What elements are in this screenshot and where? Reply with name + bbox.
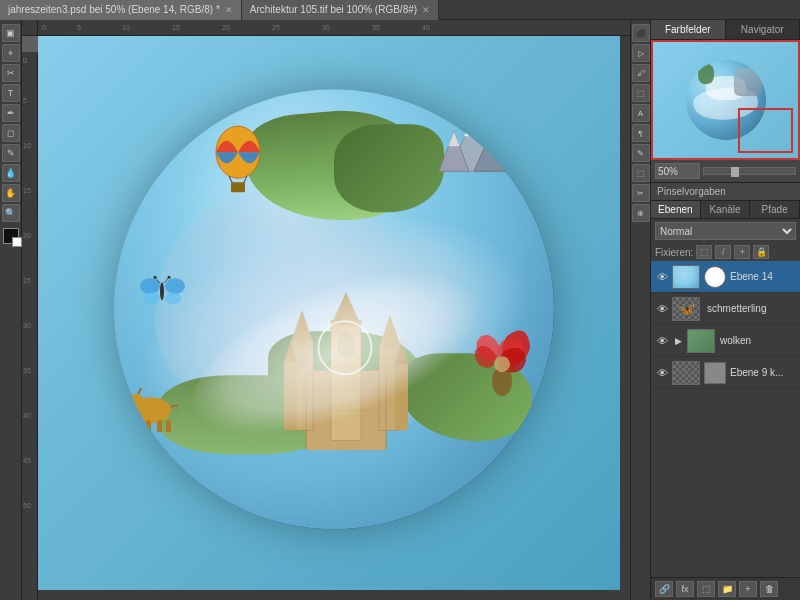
svg-point-12: [165, 278, 185, 294]
background-color[interactable]: [12, 237, 22, 247]
tab-ebenen[interactable]: Ebenen: [651, 201, 701, 218]
tab-bar: jahreszeiten3.psd bei 50% (Ebene 14, RGB…: [0, 0, 800, 20]
canvas-content[interactable]: [38, 36, 630, 600]
svg-rect-29: [395, 362, 408, 430]
svg-marker-24: [291, 310, 313, 342]
preset-label: Pinselvorgaben: [651, 183, 800, 201]
new-group-btn[interactable]: 📁: [718, 581, 736, 597]
svg-point-50: [494, 356, 510, 372]
svg-point-13: [144, 292, 160, 304]
svg-point-19: [168, 275, 171, 278]
circle-overlay: [318, 320, 373, 375]
tool-r1[interactable]: ⬛: [632, 24, 650, 42]
layer-row-wolken[interactable]: 👁 ▶ wolken: [651, 325, 800, 357]
tool-r9[interactable]: ✂: [632, 184, 650, 202]
tool-r6[interactable]: ¶: [632, 124, 650, 142]
fix-all-btn[interactable]: 🔒: [753, 245, 769, 259]
tool-notes[interactable]: ✎: [2, 144, 20, 162]
svg-marker-1: [464, 116, 484, 136]
layer-row-ebene9[interactable]: 👁 Ebene 9 k...: [651, 357, 800, 389]
tool-r10[interactable]: ⊕: [632, 204, 650, 222]
tool-r5[interactable]: A: [632, 104, 650, 122]
canvas-area: 0 5 10 15 20 25 30 35 40 0 5 10 15 20 25…: [22, 20, 630, 600]
blend-mode-row: Normal: [651, 219, 800, 243]
new-layer-btn[interactable]: +: [739, 581, 757, 597]
tab-jahreszeiten-close[interactable]: ✕: [225, 5, 233, 15]
add-style-btn[interactable]: fx: [676, 581, 694, 597]
add-mask-btn[interactable]: ⬚: [697, 581, 715, 597]
mask-ebene14: [704, 266, 726, 288]
layer-row-schmetterling[interactable]: 👁 🦋 schmetterling: [651, 293, 800, 325]
tool-crop[interactable]: ✂: [2, 64, 20, 82]
blend-mode-select[interactable]: Normal: [655, 222, 796, 240]
ruler-horizontal: 0 5 10 15 20 25 30 35 40: [22, 20, 630, 36]
svg-rect-45: [157, 420, 162, 432]
tab-architektur-close[interactable]: ✕: [422, 5, 430, 15]
globe-element: [114, 89, 554, 529]
tool-eyedrop[interactable]: 💧: [2, 164, 20, 182]
tool-r4[interactable]: ⬚: [632, 84, 650, 102]
fix-row: Fixieren: ⬚ / + 🔒: [651, 243, 800, 261]
canvas-with-ruler: 0 5 10 15 20 25 30 35 40 45 50: [22, 36, 630, 600]
zoom-input[interactable]: [655, 163, 700, 179]
fix-pos-btn[interactable]: ⬚: [696, 245, 712, 259]
right-panel: Farbfelder Navigator: [650, 20, 800, 600]
tab-architektur[interactable]: Architektur 105.tif bei 100% (RGB/8#) ✕: [242, 0, 439, 20]
tab-kanaele[interactable]: Kanäle: [701, 201, 751, 218]
panel-top-tabs: Farbfelder Navigator: [651, 20, 800, 40]
tab-jahreszeiten[interactable]: jahreszeiten3.psd bei 50% (Ebene 14, RGB…: [0, 0, 242, 20]
eye-wolken[interactable]: 👁: [655, 334, 669, 348]
tool-r8[interactable]: ⬚: [632, 164, 650, 182]
tab-pfade[interactable]: Pfade: [750, 201, 800, 218]
link-layers-btn[interactable]: 🔗: [655, 581, 673, 597]
eye-schmetterling[interactable]: 👁: [655, 302, 669, 316]
svg-line-41: [126, 389, 130, 395]
svg-rect-34: [297, 360, 307, 367]
layer-name-ebene14: Ebene 14: [730, 271, 796, 282]
canvas-scrollbar-v[interactable]: [620, 36, 630, 590]
fix-draw-btn[interactable]: /: [715, 245, 731, 259]
layers-tabs: Ebenen Kanäle Pfade: [651, 201, 800, 219]
eye-ebene14[interactable]: 👁: [655, 270, 669, 284]
mountains: [429, 111, 519, 191]
tab-navigator[interactable]: Navigator: [726, 20, 801, 39]
fix-move-btn[interactable]: +: [734, 245, 750, 259]
tool-zoom[interactable]: 🔍: [2, 204, 20, 222]
tool-r2[interactable]: ▷: [632, 44, 650, 62]
thumb-ebene14: [672, 265, 700, 289]
zoom-slider[interactable]: [703, 167, 796, 175]
tool-shape[interactable]: ◻: [2, 124, 20, 142]
svg-rect-44: [146, 420, 151, 432]
tool-selection[interactable]: ▣: [2, 24, 20, 42]
svg-marker-26: [379, 315, 401, 347]
svg-marker-3: [487, 126, 501, 141]
folder-wolken[interactable]: ▶: [672, 335, 684, 347]
foreground-color[interactable]: [3, 228, 19, 244]
svg-point-18: [154, 275, 157, 278]
red-figure: [472, 316, 532, 406]
delete-layer-btn[interactable]: 🗑: [760, 581, 778, 597]
tool-r3[interactable]: 🖊: [632, 64, 650, 82]
svg-rect-27: [284, 360, 297, 430]
thumb-wolken: [687, 329, 715, 353]
eye-ebene9[interactable]: 👁: [655, 366, 669, 380]
right-toolbar-strip: ⬛ ▷ 🖊 ⬚ A ¶ ✎ ⬚ ✂ ⊕: [630, 20, 650, 600]
tool-type[interactable]: T: [2, 84, 20, 102]
layers-empty-area: [651, 389, 800, 577]
svg-rect-43: [137, 420, 142, 432]
tab-jahreszeiten-label: jahreszeiten3.psd bei 50% (Ebene 14, RGB…: [8, 4, 220, 15]
layer-name-schmetterling: schmetterling: [707, 303, 796, 314]
navigator-preview: [651, 40, 800, 160]
svg-point-15: [160, 282, 164, 300]
tool-path[interactable]: ✒: [2, 104, 20, 122]
cow-animal: [123, 382, 178, 432]
tool-hand[interactable]: ✋: [2, 184, 20, 202]
tab-farbfelder[interactable]: Farbfelder: [651, 20, 726, 39]
tool-lasso[interactable]: ⌖: [2, 44, 20, 62]
canvas-scrollbar-h[interactable]: [38, 590, 630, 600]
tool-r7[interactable]: ✎: [632, 144, 650, 162]
layer-row-ebene14[interactable]: 👁 Ebene 14: [651, 261, 800, 293]
svg-point-48: [124, 405, 130, 409]
ruler-vertical: 0 5 10 15 20 25 30 35 40 45 50: [22, 52, 38, 600]
svg-point-40: [123, 394, 147, 414]
